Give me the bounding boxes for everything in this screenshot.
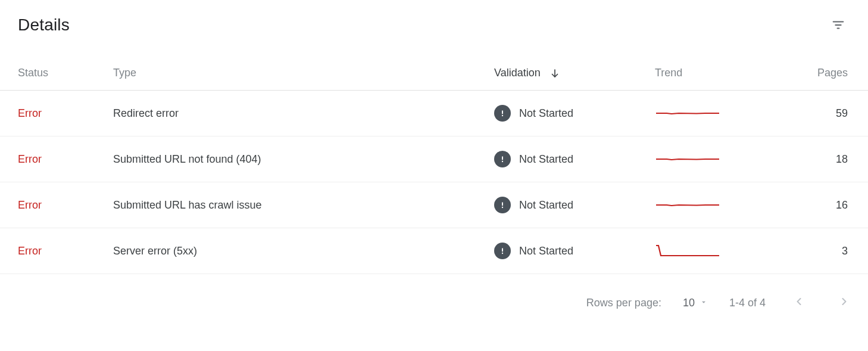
pagination-bar: Rows per page: 10 1-4 of 4: [0, 274, 868, 323]
svg-point-9: [502, 207, 503, 208]
pages-cell: 59: [780, 91, 868, 136]
trend-sparkline: [655, 151, 780, 167]
column-header-validation-label: Validation: [494, 67, 541, 79]
exclamation-icon: [494, 243, 511, 259]
trend-cell: [655, 182, 780, 228]
exclamation-icon: [494, 151, 511, 167]
type-cell: Server error (5xx): [113, 228, 494, 274]
type-cell: Redirect error: [113, 91, 494, 136]
validation-text: Not Started: [519, 245, 573, 257]
rows-per-page-select[interactable]: 10: [683, 297, 708, 309]
svg-point-7: [502, 161, 503, 162]
pages-cell: 18: [780, 136, 868, 182]
trend-cell: [655, 228, 780, 274]
validation-cell: Not Started: [494, 182, 655, 228]
details-table: Status Type Validation Trend Pages Error…: [0, 43, 868, 274]
svg-point-5: [502, 115, 503, 116]
page-title: Details: [18, 15, 70, 35]
sort-descending-icon: [549, 68, 560, 79]
svg-rect-6: [502, 156, 503, 160]
validation-cell: Not Started: [494, 136, 655, 182]
pages-cell: 3: [780, 228, 868, 274]
svg-rect-4: [502, 110, 503, 114]
trend-sparkline: [655, 243, 780, 259]
status-cell: Error: [0, 228, 113, 274]
svg-point-11: [502, 253, 503, 254]
rows-per-page-label: Rows per page:: [586, 297, 661, 309]
table-row[interactable]: ErrorSubmitted URL has crawl issueNot St…: [0, 182, 868, 228]
column-header-pages[interactable]: Pages: [780, 43, 868, 91]
validation-text: Not Started: [519, 153, 573, 166]
validation-cell: Not Started: [494, 91, 655, 136]
filter-icon: [832, 18, 845, 32]
trend-sparkline: [655, 105, 780, 121]
column-header-trend[interactable]: Trend: [655, 43, 780, 91]
filter-button[interactable]: [826, 13, 850, 37]
validation-cell: Not Started: [494, 228, 655, 274]
status-cell: Error: [0, 136, 113, 182]
chevron-right-icon: [838, 296, 850, 310]
trend-sparkline: [655, 197, 780, 213]
type-cell: Submitted URL has crawl issue: [113, 182, 494, 228]
exclamation-icon: [494, 197, 511, 213]
column-header-status[interactable]: Status: [0, 43, 113, 91]
exclamation-icon: [494, 105, 511, 122]
trend-cell: [655, 91, 780, 136]
status-cell: Error: [0, 91, 113, 136]
svg-rect-8: [502, 202, 503, 206]
column-header-type[interactable]: Type: [113, 43, 494, 91]
prev-page-button[interactable]: [787, 291, 811, 315]
pagination-range: 1-4 of 4: [729, 297, 766, 309]
table-row[interactable]: ErrorSubmitted URL not found (404)Not St…: [0, 136, 868, 182]
chevron-left-icon: [793, 296, 805, 310]
dropdown-icon: [700, 297, 708, 309]
type-cell: Submitted URL not found (404): [113, 136, 494, 182]
validation-text: Not Started: [519, 199, 573, 212]
table-row[interactable]: ErrorRedirect errorNot Started59: [0, 91, 868, 136]
rows-per-page-value: 10: [683, 297, 695, 309]
validation-text: Not Started: [519, 107, 573, 120]
trend-cell: [655, 136, 780, 182]
svg-rect-10: [502, 248, 503, 251]
pages-cell: 16: [780, 182, 868, 228]
table-row[interactable]: ErrorServer error (5xx)Not Started3: [0, 228, 868, 274]
status-cell: Error: [0, 182, 113, 228]
column-header-validation[interactable]: Validation: [494, 43, 655, 91]
next-page-button[interactable]: [832, 291, 856, 315]
